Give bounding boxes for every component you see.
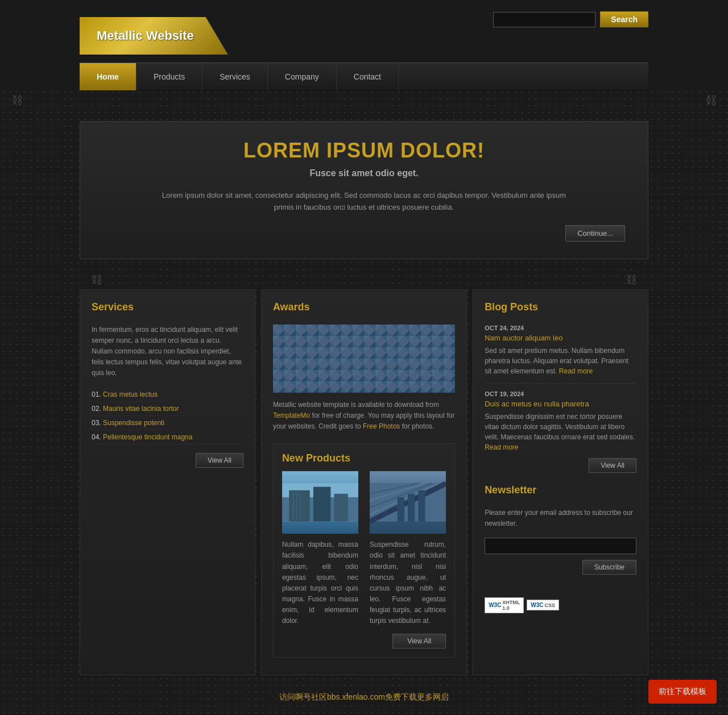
- list-item: 01. Cras metus lectus: [92, 388, 243, 402]
- list-item: 04. Pellentesque tincidunt magna: [92, 430, 243, 444]
- awards-text-1: Metallic website template is available t…: [273, 401, 439, 409]
- svg-rect-16: [408, 494, 415, 522]
- free-photos-link[interactable]: Free Photos: [363, 422, 400, 430]
- w3c-badges: W3C XHTML1.0 W3C CSS: [485, 597, 636, 613]
- blog-post-text-2: Suspendisse dignissim est nec tortor pos…: [485, 411, 636, 452]
- service-link-2[interactable]: Mauris vitae lacinia tortor: [103, 405, 179, 413]
- service-link-3[interactable]: Suspendisse potenti: [103, 419, 164, 427]
- svg-rect-15: [398, 497, 404, 522]
- services-text: In fermentum, eros ac tincidunt aliquam,…: [92, 325, 243, 379]
- svg-rect-17: [418, 490, 425, 522]
- blog-post-title-1: Nam auctor aliquam leo: [485, 334, 636, 342]
- hero-title: LOREM IPSUM DOLOR!: [103, 139, 625, 163]
- read-more-1[interactable]: Read more: [559, 367, 593, 375]
- service-link-4[interactable]: Pellentesque tincidunt magna: [103, 433, 192, 441]
- blog-post-title-2: Duis ac metus eu nulla pharetra: [485, 400, 636, 408]
- nav-home[interactable]: Home: [80, 63, 136, 90]
- awards-title: Awards: [273, 301, 455, 316]
- svg-rect-6: [296, 492, 297, 520]
- services-list: 01. Cras metus lectus 02. Mauris vitae l…: [92, 388, 243, 444]
- hero-subtitle: Fusce sit amet odio eget.: [103, 168, 625, 178]
- read-more-2[interactable]: Read more: [485, 443, 518, 451]
- svg-rect-2: [289, 490, 310, 522]
- awards-text: Metallic website template is available t…: [273, 400, 455, 433]
- templatemo-link[interactable]: TemplateMo: [273, 411, 310, 419]
- navigation: Home Products Services Company Contact: [80, 63, 648, 91]
- subscribe-button[interactable]: Subscribe: [582, 560, 636, 575]
- product-text-2: Suspendisse rutrum, odio sit amet tincid…: [370, 539, 446, 627]
- products-row: Nullam dapibus, massa facilisis bibendum…: [282, 471, 446, 627]
- search-area: Search: [493, 11, 648, 27]
- svg-rect-7: [299, 492, 301, 520]
- new-products-view-all-area: View All: [282, 634, 446, 649]
- awards-photo: [273, 325, 455, 393]
- logo-text: Metallic Website: [97, 28, 194, 43]
- header: Metallic Website Search Home Products Se…: [0, 0, 728, 91]
- continue-button[interactable]: Continue...: [565, 225, 625, 242]
- service-link-1[interactable]: Cras metus lectus: [103, 390, 158, 398]
- search-input[interactable]: [493, 12, 595, 27]
- chain-decoration-top: ⛓⛓: [0, 91, 728, 110]
- awards-text-3: for photos.: [402, 422, 435, 430]
- awards-products-column: Awards Metallic website template is avai…: [261, 289, 467, 675]
- footer-note: 访问啊号社区bbs.xfenlao.com免费下载更多网启: [80, 687, 648, 708]
- svg-rect-3: [313, 487, 330, 522]
- three-column-layout: Services In fermentum, eros ac tincidunt…: [80, 289, 648, 675]
- awards-image: [273, 325, 455, 393]
- product-image-1: [282, 471, 358, 534]
- services-view-all-button[interactable]: View All: [196, 453, 243, 468]
- blog-title: Blog Posts: [485, 301, 636, 316]
- services-title: Services: [92, 301, 243, 316]
- blog-post-2: OCT 19, 2024 Duis ac metus eu nulla phar…: [485, 390, 636, 452]
- services-column: Services In fermentum, eros ac tincidunt…: [80, 289, 255, 675]
- service-num: 02.: [92, 405, 103, 413]
- nav-contact[interactable]: Contact: [337, 63, 399, 90]
- blog-date-2: OCT 19, 2024: [485, 390, 636, 397]
- nav-services[interactable]: Services: [202, 63, 268, 90]
- product-text-1: Nullam dapibus, massa facilisis bibendum…: [282, 539, 358, 627]
- product-item-1: Nullam dapibus, massa facilisis bibendum…: [282, 471, 358, 627]
- list-item: 03. Suspendisse potenti: [92, 416, 243, 430]
- newsletter-title: Newsletter: [485, 484, 636, 499]
- blog-newsletter-column: Blog Posts OCT 24, 2024 Nam auctor aliqu…: [473, 289, 648, 675]
- w3c-xhtml-badge: W3C XHTML1.0: [485, 597, 524, 613]
- blog-post-text-1: Sed sit amet pretium metus. Nullam biben…: [485, 346, 636, 376]
- service-num: 04.: [92, 433, 103, 441]
- blog-view-all-button[interactable]: View All: [589, 458, 636, 473]
- svg-rect-4: [334, 494, 348, 522]
- blog-link-2[interactable]: Duis ac metus eu nulla pharetra: [485, 400, 589, 408]
- blog-divider: [485, 383, 636, 384]
- new-products-view-all-button[interactable]: View All: [392, 634, 446, 649]
- blog-post-1: OCT 24, 2024 Nam auctor aliquam leo Sed …: [485, 325, 636, 376]
- service-num: 03.: [92, 419, 103, 427]
- new-products-title: New Products: [282, 452, 446, 464]
- list-item: 02. Mauris vitae lacinia tortor: [92, 402, 243, 416]
- logo-area: Metallic Website: [80, 17, 228, 55]
- new-products-section: New Products: [273, 443, 455, 658]
- newsletter-email-input[interactable]: [485, 538, 636, 554]
- svg-rect-5: [292, 492, 294, 520]
- download-button[interactable]: 前往下载模板: [648, 680, 717, 704]
- nav-company[interactable]: Company: [268, 63, 337, 90]
- service-num: 01.: [92, 390, 103, 398]
- blog-link-1[interactable]: Nam auctor aliquam leo: [485, 334, 562, 342]
- product-item-2: Suspendisse rutrum, odio sit amet tincid…: [370, 471, 446, 627]
- product-image-2: [370, 471, 446, 534]
- chain-decoration-mid: ⛓⛓: [80, 271, 648, 289]
- newsletter-text: Please enter your email address to subsc…: [485, 508, 636, 529]
- w3c-css-badge: W3C CSS: [527, 600, 559, 610]
- hero-section: LOREM IPSUM DOLOR! Fusce sit amet odio e…: [80, 121, 648, 259]
- nav-products[interactable]: Products: [136, 63, 202, 90]
- hero-text: Lorem ipsum dolor sit amet, consectetur …: [159, 190, 569, 214]
- blog-date-1: OCT 24, 2024: [485, 325, 636, 331]
- search-button[interactable]: Search: [600, 11, 648, 27]
- content-wrapper: LOREM IPSUM DOLOR! Fusce sit amet odio e…: [80, 121, 648, 675]
